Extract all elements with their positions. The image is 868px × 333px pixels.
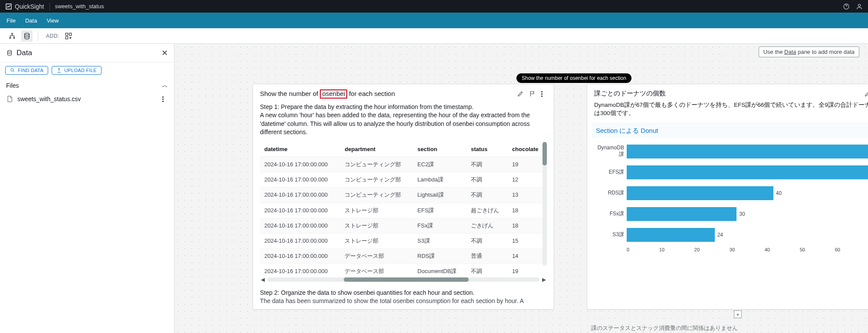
bar-track: 67 bbox=[627, 145, 868, 158]
visual-left[interactable]: Show the number of osenbei for each sect… bbox=[253, 84, 554, 310]
topbar-right bbox=[843, 3, 863, 10]
add-button[interactable]: + bbox=[734, 310, 742, 318]
help-icon[interactable] bbox=[843, 3, 850, 10]
table-cell: 12 bbox=[508, 172, 547, 188]
table-row[interactable]: 2024-10-16 17:00:00.000データベース部RDS課普通14 bbox=[260, 249, 547, 264]
table-cell: 2024-10-16 17:00:00.000 bbox=[260, 249, 340, 264]
file-row[interactable]: sweets_with_status.csv bbox=[0, 92, 174, 106]
step1-line2: A new column 'hour' has been added to th… bbox=[260, 111, 547, 137]
x-tick: 50 bbox=[800, 247, 805, 252]
user-icon[interactable] bbox=[856, 3, 863, 10]
sidebar-header: Data ✕ bbox=[0, 44, 174, 63]
table-row[interactable]: 2024-10-16 17:00:00.000ストレージ部S3課不調15 bbox=[260, 234, 547, 249]
toolbar: ADD: bbox=[0, 28, 868, 44]
x-axis: 010203040506070 bbox=[627, 247, 868, 252]
bar[interactable] bbox=[627, 186, 773, 200]
add-visual-icon[interactable] bbox=[63, 30, 74, 42]
banner-link[interactable]: Data bbox=[784, 49, 796, 55]
table-row[interactable]: 2024-10-16 17:00:00.000コンピューティング部EC2課不調1… bbox=[260, 157, 547, 172]
bar[interactable] bbox=[627, 207, 736, 221]
bar-row: DynamoDB課67 bbox=[594, 141, 868, 162]
toolbar-divider bbox=[38, 31, 38, 41]
scroll-left-icon[interactable]: ◀ bbox=[261, 276, 265, 284]
edit-icon[interactable] bbox=[517, 90, 524, 97]
col-datetime[interactable]: datetime bbox=[260, 142, 340, 157]
info-banner: Use the Data pane to add more data bbox=[759, 46, 859, 57]
table-cell: ストレージ部 bbox=[340, 234, 413, 249]
more-icon[interactable] bbox=[162, 96, 168, 102]
upload-file-label: UPLOAD FILE bbox=[64, 68, 97, 73]
database-icon bbox=[6, 49, 13, 56]
svg-rect-7 bbox=[66, 36, 68, 39]
chart-area: DynamoDB課67EFS課66RDS課40FSx課30S3課24 01020… bbox=[587, 138, 868, 309]
svg-point-9 bbox=[7, 50, 11, 52]
app-logo[interactable]: QuickSight bbox=[5, 3, 44, 10]
table-cell: 13 bbox=[508, 188, 547, 203]
close-icon[interactable]: ✕ bbox=[161, 48, 168, 58]
files-section-header[interactable]: Files ︿ bbox=[0, 78, 174, 92]
menu-view[interactable]: View bbox=[46, 17, 59, 24]
data-panel-icon[interactable] bbox=[21, 30, 33, 42]
table-cell: 普通 bbox=[467, 249, 508, 264]
x-tick: 20 bbox=[694, 247, 700, 252]
edit-icon[interactable] bbox=[864, 90, 868, 97]
menu-data[interactable]: Data bbox=[25, 17, 37, 24]
file-icon bbox=[6, 95, 13, 103]
canvas[interactable]: Use the Data pane to add more data Show … bbox=[174, 44, 868, 333]
col-chocolate[interactable]: chocolate bbox=[508, 142, 547, 157]
visual-right-header: 課ごとのドーナツの個数 bbox=[587, 84, 868, 101]
table-cell: 不調 bbox=[467, 172, 508, 188]
chart-subtitle: Section による Donut bbox=[592, 123, 868, 138]
toolbar-add-label: ADD: bbox=[46, 33, 59, 39]
col-status[interactable]: status bbox=[467, 142, 508, 157]
table-cell: Lambda課 bbox=[413, 172, 467, 188]
table-row[interactable]: 2024-10-16 17:00:00.000コンピューティング部Lightsa… bbox=[260, 188, 547, 203]
x-tick: 0 bbox=[627, 247, 629, 252]
bar-label: S3課 bbox=[594, 231, 627, 238]
vertical-scrollbar[interactable] bbox=[542, 142, 547, 266]
bar[interactable] bbox=[627, 165, 868, 179]
bar[interactable] bbox=[627, 145, 868, 158]
x-tick: 10 bbox=[659, 247, 664, 252]
table-cell: 不調 bbox=[467, 234, 508, 249]
data-table: datetime department section status choco… bbox=[260, 142, 547, 275]
document-title[interactable]: sweets_with_status bbox=[55, 3, 104, 10]
banner-pre: Use the bbox=[763, 49, 784, 55]
col-department[interactable]: department bbox=[340, 142, 413, 157]
table-cell: 不調 bbox=[467, 188, 508, 203]
vscroll-thumb[interactable] bbox=[542, 142, 547, 165]
visual-left-header: Show the number of osenbei for each sect… bbox=[253, 84, 554, 102]
visual-right[interactable]: 課ごとのドーナツの個数 DynamoDB課が67個で最も多くのドーナツを持ち、E… bbox=[587, 84, 868, 310]
hscroll-thumb[interactable] bbox=[344, 277, 469, 282]
upload-file-button[interactable]: UPLOAD FILE bbox=[52, 66, 102, 75]
bar-label: EFS課 bbox=[594, 168, 627, 176]
bar-track: 24 bbox=[627, 228, 868, 242]
svg-point-3 bbox=[10, 37, 11, 39]
flag-icon[interactable] bbox=[529, 90, 536, 97]
visual-more-icon[interactable] bbox=[541, 91, 547, 97]
table-row[interactable]: 2024-10-16 17:00:00.000ストレージ部EFS課超ごきげん18 bbox=[260, 203, 547, 218]
scroll-right-icon[interactable]: ▶ bbox=[542, 276, 546, 284]
table-cell: DocumentDB課 bbox=[413, 264, 467, 275]
visual-left-title: Show the number of osenbei for each sect… bbox=[260, 89, 395, 99]
col-section[interactable]: section bbox=[413, 142, 467, 157]
menu-file[interactable]: File bbox=[7, 17, 16, 24]
bar[interactable] bbox=[627, 228, 715, 242]
table-cell: 2024-10-16 17:00:00.000 bbox=[260, 157, 340, 172]
table-row[interactable]: 2024-10-16 17:00:00.000データベース部DocumentDB… bbox=[260, 264, 547, 275]
table-cell: ストレージ部 bbox=[340, 203, 413, 218]
find-data-button[interactable]: FIND DATA bbox=[5, 66, 48, 75]
table-cell: 2024-10-16 17:00:00.000 bbox=[260, 218, 340, 233]
topbar-left: QuickSight sweets_with_status bbox=[5, 3, 104, 10]
hierarchy-icon[interactable] bbox=[7, 30, 18, 42]
tooltip-left: Show the number of osenbei for each sect… bbox=[516, 73, 631, 83]
table-cell: S3課 bbox=[413, 234, 467, 249]
bar-value: 24 bbox=[717, 232, 723, 238]
step2-line1: Step 2: Organize the data to show osenbe… bbox=[260, 289, 547, 297]
quicksight-icon bbox=[5, 3, 12, 10]
files-label: Files bbox=[6, 82, 19, 89]
hscroll-track[interactable] bbox=[267, 277, 539, 282]
table-cell: 2024-10-16 17:00:00.000 bbox=[260, 172, 340, 188]
table-row[interactable]: 2024-10-16 17:00:00.000ストレージ部FSx課ごきげん18 bbox=[260, 218, 547, 233]
table-row[interactable]: 2024-10-16 17:00:00.000コンピューティング部Lambda課… bbox=[260, 172, 547, 188]
